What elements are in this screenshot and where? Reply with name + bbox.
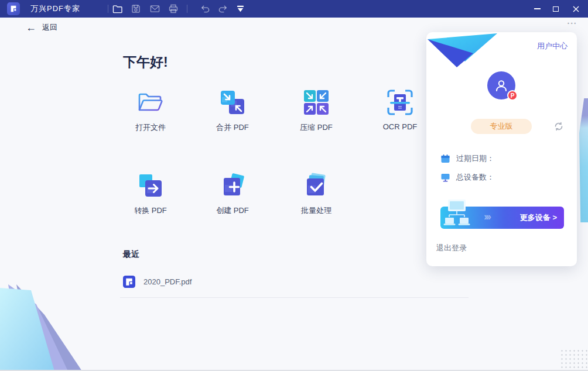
chevrons-icon: ›››	[484, 210, 490, 223]
action-convert-pdf[interactable]: 转换 PDF	[114, 171, 187, 225]
create-pdf-icon	[220, 171, 245, 200]
divider	[120, 297, 469, 298]
action-label: 打开文件	[135, 122, 166, 133]
action-batch-process[interactable]: 批量处理	[280, 171, 353, 225]
save-icon[interactable]	[129, 2, 143, 16]
more-devices-banner[interactable]: ››› 更多设备 >	[440, 207, 564, 229]
redo-icon[interactable]	[216, 2, 230, 16]
paper-edge-decoration	[579, 98, 588, 222]
minimize-button[interactable]	[527, 0, 547, 18]
pro-badge-icon: P	[507, 90, 518, 101]
open-file-icon[interactable]	[110, 2, 124, 16]
calendar-icon	[440, 154, 450, 163]
close-button[interactable]	[566, 0, 586, 18]
quick-tools-icon[interactable]	[233, 2, 247, 16]
compress-pdf-icon	[303, 88, 329, 117]
open-folder-icon	[137, 88, 164, 117]
greeting-text: 下午好!	[123, 53, 168, 71]
dot-pattern-decoration	[560, 349, 588, 370]
convert-pdf-icon	[138, 171, 163, 200]
toolbar-separator	[108, 5, 108, 13]
merge-pdf-icon	[220, 88, 245, 117]
action-label: 批量处理	[301, 205, 331, 216]
logout-button[interactable]: 退出登录	[436, 243, 467, 253]
action-label: 创建 PDF	[216, 205, 249, 216]
app-window: 万兴PDF专家 ← 返回	[0, 0, 588, 371]
more-devices-label: 更多设备 >	[520, 207, 557, 229]
action-label: 转换 PDF	[134, 205, 167, 216]
back-label: 返回	[42, 22, 57, 33]
pdf-file-icon	[123, 276, 135, 288]
undo-icon[interactable]	[198, 2, 212, 16]
monitor-icon	[440, 173, 450, 182]
toolbar-separator	[187, 5, 187, 13]
device-count-label: 总设备数：	[456, 172, 494, 183]
device-count-row: 总设备数：	[440, 172, 500, 183]
email-icon[interactable]	[148, 2, 162, 16]
avatar[interactable]: P	[487, 71, 515, 99]
action-merge-pdf[interactable]: 合并 PDF	[196, 88, 269, 142]
more-options-icon[interactable]: ···	[563, 19, 581, 29]
expiry-date-label: 过期日期：	[456, 153, 494, 164]
paper-stack-decoration	[0, 281, 82, 371]
user-center-panel: 用户中心 P 专业版	[426, 32, 577, 266]
action-label: 压缩 PDF	[300, 122, 333, 133]
paper-plane-decoration	[426, 32, 500, 68]
devices-network-icon	[443, 198, 472, 231]
batch-process-icon	[303, 171, 329, 200]
titlebar: 万兴PDF专家	[0, 0, 588, 18]
user-center-title: 用户中心	[537, 41, 568, 51]
action-open-file[interactable]: 打开文件	[114, 88, 187, 142]
plan-badge: 专业版	[471, 119, 532, 134]
print-icon[interactable]	[166, 2, 180, 16]
action-label: OCR PDF	[383, 122, 418, 131]
refresh-icon[interactable]	[553, 121, 564, 132]
app-title: 万兴PDF专家	[30, 0, 80, 18]
recent-file-name: 2020_PDF.pdf	[143, 277, 192, 286]
recent-section-title: 最近	[123, 249, 139, 260]
maximize-button[interactable]	[546, 0, 566, 18]
action-create-pdf[interactable]: 创建 PDF	[196, 171, 269, 225]
ocr-pdf-icon	[387, 88, 413, 117]
recent-file-row[interactable]: 2020_PDF.pdf	[123, 272, 451, 291]
action-ocr-pdf[interactable]: OCR PDF	[364, 88, 436, 142]
action-label: 合并 PDF	[216, 122, 249, 133]
expiry-date-row: 过期日期：	[440, 153, 500, 164]
action-compress-pdf[interactable]: 压缩 PDF	[280, 88, 353, 142]
back-button[interactable]: ← 返回	[26, 21, 57, 34]
back-arrow-icon: ←	[26, 21, 36, 34]
app-logo-icon	[7, 2, 20, 15]
